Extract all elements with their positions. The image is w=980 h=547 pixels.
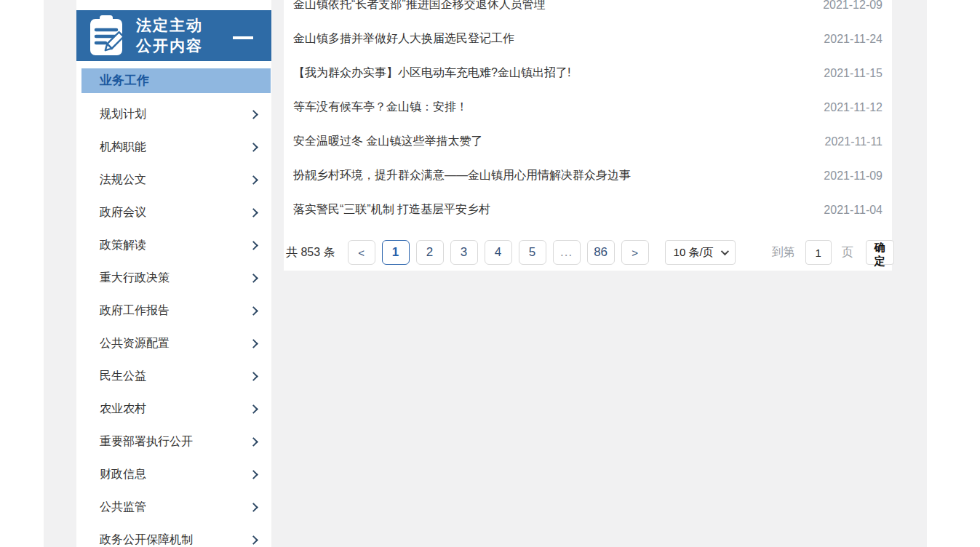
sidebar-item[interactable]: 公共监管 xyxy=(76,491,271,524)
chevron-right-icon xyxy=(249,535,258,545)
page-button-1[interactable]: 1 xyxy=(382,240,410,265)
page-size-label: 10 条/页 xyxy=(674,246,714,260)
page-button-2[interactable]: 2 xyxy=(416,240,444,265)
goto-page-prefix: 到第 xyxy=(772,245,795,260)
prev-page-button[interactable]: < xyxy=(348,240,375,265)
sidebar-item[interactable]: 重大行政决策 xyxy=(76,262,271,295)
page-button-5[interactable]: 5 xyxy=(519,240,546,265)
sidebar: 法定主动 公开内容 业务工作 规划计划 机构职能 法规公文 政府会议 政策解读 xyxy=(76,0,271,547)
sidebar-header: 法定主动 公开内容 xyxy=(76,10,271,61)
sidebar-item[interactable]: 规划计划 xyxy=(76,98,271,131)
chevron-right-icon xyxy=(249,339,258,348)
news-title-link[interactable]: 【我为群众办实事】小区电动车充电难?金山镇出招了! xyxy=(293,65,570,81)
news-date: 2021-11-15 xyxy=(824,67,883,80)
total-count: 共 853 条 xyxy=(286,245,335,260)
sidebar-item-label: 政策解读 xyxy=(100,238,146,253)
sidebar-menu: 规划计划 机构职能 法规公文 政府会议 政策解读 重大行政决策 政府工作报告 xyxy=(76,98,271,547)
news-date: 2021-12-09 xyxy=(823,0,883,12)
news-date: 2021-11-12 xyxy=(824,101,883,114)
news-row: 金山镇多措并举做好人大换届选民登记工作 2021-11-24 xyxy=(293,22,883,56)
page-button-86[interactable]: 86 xyxy=(587,240,615,265)
chevron-right-icon xyxy=(249,372,258,381)
chevron-right-icon xyxy=(249,241,258,250)
news-row: 金山镇依托“长者支部”推进国企移交退休人员管理 2021-12-09 xyxy=(293,0,883,22)
news-list: 金山镇依托“长者支部”推进国企移交退休人员管理 2021-12-09 金山镇多措… xyxy=(284,0,892,227)
sidebar-title-line1: 法定主动 xyxy=(136,15,203,36)
chevron-right-icon xyxy=(249,470,258,479)
news-row: 落实警民“三联”机制 打造基层平安乡村 2021-11-04 xyxy=(293,193,883,227)
news-date: 2021-11-04 xyxy=(824,204,883,217)
sidebar-item[interactable]: 公共资源配置 xyxy=(76,327,271,360)
news-title-link[interactable]: 安全温暖过冬 金山镇这些举措太赞了 xyxy=(293,134,482,149)
chevron-right-icon xyxy=(249,437,258,447)
sidebar-item[interactable]: 政府工作报告 xyxy=(76,295,271,327)
sidebar-item-label: 政府工作报告 xyxy=(100,303,170,319)
news-row: 安全温暖过冬 金山镇这些举措太赞了 2021-11-11 xyxy=(293,124,883,159)
chevron-right-icon xyxy=(249,208,258,217)
chevron-down-icon xyxy=(720,247,728,255)
chevron-right-icon xyxy=(249,175,258,185)
sidebar-item[interactable]: 政府会议 xyxy=(76,196,271,229)
sidebar-item-label: 法规公文 xyxy=(100,172,146,188)
confirm-button[interactable]: 确定 xyxy=(866,240,894,265)
chevron-right-icon xyxy=(249,274,258,283)
sidebar-item[interactable]: 民生公益 xyxy=(76,360,271,393)
sidebar-item[interactable]: 法规公文 xyxy=(76,164,271,196)
page-button-4[interactable]: 4 xyxy=(485,240,512,265)
sidebar-item[interactable]: 机构职能 xyxy=(76,131,271,164)
chevron-right-icon xyxy=(249,306,258,316)
sidebar-item-label: 政务公开保障机制 xyxy=(100,532,193,547)
news-row: 等车没有候车亭？金山镇：安排！ 2021-11-12 xyxy=(293,90,883,124)
news-title-link[interactable]: 等车没有候车亭？金山镇：安排！ xyxy=(293,100,468,115)
news-date: 2021-11-11 xyxy=(825,135,883,148)
chevron-right-icon xyxy=(249,110,258,119)
sidebar-item[interactable]: 重要部署执行公开 xyxy=(76,426,271,458)
news-row: 【我为群众办实事】小区电动车充电难?金山镇出招了! 2021-11-15 xyxy=(293,56,883,90)
sidebar-item[interactable]: 政务公开保障机制 xyxy=(76,524,271,547)
sidebar-item-label: 公共监管 xyxy=(100,500,146,515)
news-title-link[interactable]: 金山镇多措并举做好人大换届选民登记工作 xyxy=(293,31,514,47)
news-panel: 金山镇依托“长者支部”推进国企移交退休人员管理 2021-12-09 金山镇多措… xyxy=(284,0,892,271)
sidebar-item-label: 财政信息 xyxy=(100,467,146,482)
news-title-link[interactable]: 金山镇依托“长者支部”推进国企移交退休人员管理 xyxy=(293,0,546,12)
sidebar-item-label: 政府会议 xyxy=(100,205,146,220)
next-page-button[interactable]: > xyxy=(621,240,649,265)
chevron-right-icon xyxy=(249,503,258,512)
news-row: 扮靓乡村环境，提升群众满意——金山镇用心用情解决群众身边事 2021-11-09 xyxy=(293,159,883,193)
goto-page-suffix: 页 xyxy=(842,245,853,260)
sidebar-item-label: 农业农村 xyxy=(100,402,146,417)
sidebar-title: 法定主动 公开内容 xyxy=(136,15,203,56)
page-ellipsis-button[interactable]: ... xyxy=(553,240,581,265)
news-title-link[interactable]: 落实警民“三联”机制 打造基层平安乡村 xyxy=(293,202,490,217)
sidebar-title-line2: 公开内容 xyxy=(136,36,203,56)
collapse-button[interactable] xyxy=(233,33,253,43)
sidebar-item[interactable]: 政策解读 xyxy=(76,229,271,262)
sidebar-item-label: 机构职能 xyxy=(100,140,146,155)
sidebar-item-label: 规划计划 xyxy=(100,107,146,122)
sidebar-item[interactable]: 财政信息 xyxy=(76,458,271,491)
page-size-select[interactable]: 10 条/页 xyxy=(665,240,736,265)
news-title-link[interactable]: 扮靓乡村环境，提升群众满意——金山镇用心用情解决群众身边事 xyxy=(293,168,631,183)
sidebar-item-label: 民生公益 xyxy=(100,369,146,384)
sidebar-item[interactable]: 农业农村 xyxy=(76,393,271,426)
pagination-bar: 共 853 条 < 1 2 3 4 5 ... 86 > 10 条/页 到第 页… xyxy=(284,240,892,265)
news-date: 2021-11-09 xyxy=(824,169,883,183)
sidebar-item-label: 重要部署执行公开 xyxy=(100,434,193,450)
news-date: 2021-11-24 xyxy=(824,33,883,46)
chevron-right-icon xyxy=(249,404,258,414)
minus-icon xyxy=(233,36,253,39)
sidebar-item-label: 公共资源配置 xyxy=(100,336,170,351)
page-button-3[interactable]: 3 xyxy=(450,240,478,265)
clipboard-edit-icon xyxy=(89,15,124,57)
goto-page-input[interactable] xyxy=(805,240,832,265)
sidebar-item-label: 重大行政决策 xyxy=(100,271,170,286)
chevron-right-icon xyxy=(249,143,258,152)
sidebar-item-active[interactable]: 业务工作 xyxy=(81,68,271,93)
